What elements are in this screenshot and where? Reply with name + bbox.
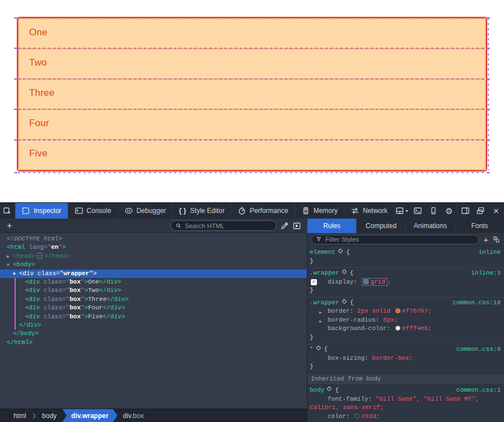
markup-view[interactable]: <!DOCTYPE html><html lang="en">▶<head>⋯<… xyxy=(0,233,307,409)
breadcrumb-div.wrapper[interactable]: div.wrapper xyxy=(62,409,117,422)
rule-selector: body xyxy=(310,387,324,393)
selector-target-icon[interactable] xyxy=(342,299,348,305)
markup-token: wrapper xyxy=(63,270,89,277)
markup-line[interactable]: </body> xyxy=(0,330,307,338)
selector-target-icon[interactable] xyxy=(326,386,333,392)
markup-line[interactable]: <div class="box">Two</div> xyxy=(0,286,307,295)
breadcrumb-body[interactable]: body xyxy=(36,409,62,422)
css-declaration[interactable]: box-sizing: border-box; xyxy=(307,354,504,363)
markup-line[interactable]: <div class="box">Five</div> xyxy=(0,313,307,321)
markup-token: > xyxy=(93,270,97,277)
split-console-icon[interactable] xyxy=(410,203,426,219)
separate-window-icon[interactable] xyxy=(473,203,488,219)
expand-arrow-icon[interactable]: ▶ xyxy=(7,252,10,261)
markup-token: " xyxy=(81,313,85,320)
markup-token: One xyxy=(88,279,99,285)
stylesheet-link[interactable]: common.css:8 xyxy=(456,345,501,354)
grid-line-extension xyxy=(487,17,490,18)
markup-line[interactable]: </html> xyxy=(0,338,307,347)
markup-line-selected[interactable]: ▼<div class="wrapper"> xyxy=(0,270,307,278)
search-input[interactable] xyxy=(185,222,272,229)
sidebar-tab-animations[interactable]: Animations xyxy=(405,219,455,233)
stylesheet-link[interactable]: inline:3 xyxy=(471,269,501,278)
sidebar-tab-computed[interactable]: Computed xyxy=(356,219,405,233)
markup-line[interactable]: <div class="box">One</div> xyxy=(0,278,307,286)
markup-line[interactable]: <div class="box">Three</div> xyxy=(0,295,307,304)
markup-token: <div xyxy=(25,279,40,285)
markup-line[interactable]: </div> xyxy=(0,321,307,330)
markup-line[interactable]: ▶<head>⋯</head> xyxy=(0,252,307,261)
tab-style-editor[interactable]: { }Style Editor xyxy=(172,203,231,219)
markup-token: en xyxy=(51,244,58,251)
responsive-phone-icon[interactable] xyxy=(426,203,441,219)
declaration-checkbox[interactable]: ✓ xyxy=(311,279,317,285)
run-snippet-icon[interactable] xyxy=(292,221,301,230)
tab-label: Performance xyxy=(250,207,288,215)
markup-token: <!DOCTYPE html> xyxy=(7,235,62,242)
tab-network[interactable]: Network xyxy=(344,203,394,219)
markup-line[interactable]: <div class="box">Four</div> xyxy=(0,304,307,312)
tab-memory[interactable]: Memory xyxy=(295,203,344,219)
breadcrumb-html[interactable]: html xyxy=(8,409,32,422)
close-icon[interactable]: ✕ xyxy=(488,203,504,219)
search-html-box[interactable] xyxy=(170,220,277,231)
color-swatch[interactable] xyxy=(395,308,400,313)
css-declaration[interactable]: ▶border-radius: 5px; xyxy=(307,316,504,325)
dock-side-icon[interactable] xyxy=(457,203,473,219)
devtools: InspectorConsoleDebugger{ }Style EditorP… xyxy=(0,202,504,422)
color-swatch[interactable] xyxy=(354,414,360,419)
add-rule-button[interactable]: + xyxy=(483,235,488,244)
markup-token: <html xyxy=(7,244,25,251)
dock-options-icon[interactable]: ▼ xyxy=(394,203,410,219)
brace: { xyxy=(324,346,328,353)
css-declaration[interactable]: background-color: #fff4e6; xyxy=(307,324,504,333)
grid-line-extension xyxy=(487,109,490,110)
breadcrumb-div.box[interactable]: div.box xyxy=(118,409,150,422)
selector-target-icon[interactable] xyxy=(316,345,322,351)
markup-token: lang xyxy=(25,244,44,251)
stylesheet-link[interactable]: common.css:1 xyxy=(456,386,501,395)
grid-box-one: One xyxy=(18,18,486,49)
css-declaration[interactable]: color: #333; xyxy=(307,412,504,421)
grid-line-extension xyxy=(487,172,490,173)
add-node-button[interactable]: + xyxy=(3,221,16,231)
pseudo-class-panel-icon[interactable] xyxy=(493,236,500,243)
markup-line[interactable]: <!DOCTYPE html> xyxy=(0,235,307,243)
markup-token: </div> xyxy=(99,279,122,285)
color-swatch[interactable] xyxy=(395,326,400,331)
sidebar-tab-fonts[interactable]: Fonts xyxy=(455,219,504,233)
collapse-arrow-icon[interactable]: ▼ xyxy=(7,261,10,269)
grid-line-extension xyxy=(14,78,17,80)
markup-line[interactable]: ▼<body> xyxy=(0,261,307,269)
markup-token: =" xyxy=(62,313,69,320)
css-declaration[interactable]: ✓display: grid; xyxy=(307,278,504,287)
property-value: ; xyxy=(409,355,413,361)
selector-target-icon[interactable] xyxy=(338,248,344,254)
tab-debugger[interactable]: Debugger xyxy=(118,203,173,219)
filter-styles-input[interactable] xyxy=(325,236,474,243)
collapse-arrow-icon[interactable]: ▼ xyxy=(13,270,16,278)
sidebar-tab-rules[interactable]: Rules xyxy=(307,219,356,233)
css-declaration[interactable]: font-family: "Gill Sans", "Gill Sans MT"… xyxy=(307,395,504,412)
stylesheet-link[interactable]: common.css:10 xyxy=(452,299,501,308)
tab-inspector[interactable]: Inspector xyxy=(15,203,68,219)
stylesheet-link[interactable]: inline xyxy=(478,248,501,257)
filter-styles-box[interactable] xyxy=(311,235,479,244)
markup-token: " xyxy=(81,304,85,311)
selector-target-icon[interactable] xyxy=(342,269,348,275)
settings-gear-icon[interactable]: ⚙ xyxy=(441,203,457,219)
markup-token: box xyxy=(69,296,81,303)
tab-performance[interactable]: Performance xyxy=(231,203,295,219)
breadcrumb-tag: div xyxy=(71,412,80,420)
css-declaration[interactable]: ▶border: 2px solid #f76707; xyxy=(307,307,504,316)
property-value: ; xyxy=(394,317,398,323)
breadcrumb-class: .box xyxy=(131,412,144,420)
markup-line[interactable]: <html lang="en"> xyxy=(0,243,307,252)
breadcrumb-tag: div xyxy=(123,412,131,420)
markup-token: <body> xyxy=(13,261,35,268)
grid-highlighter-toggle[interactable]: grid xyxy=(362,278,387,286)
eyedropper-icon[interactable] xyxy=(280,221,289,230)
element-picker-button[interactable] xyxy=(0,203,15,219)
tab-console[interactable]: Console xyxy=(68,203,118,219)
tab-label: Memory xyxy=(314,207,338,215)
